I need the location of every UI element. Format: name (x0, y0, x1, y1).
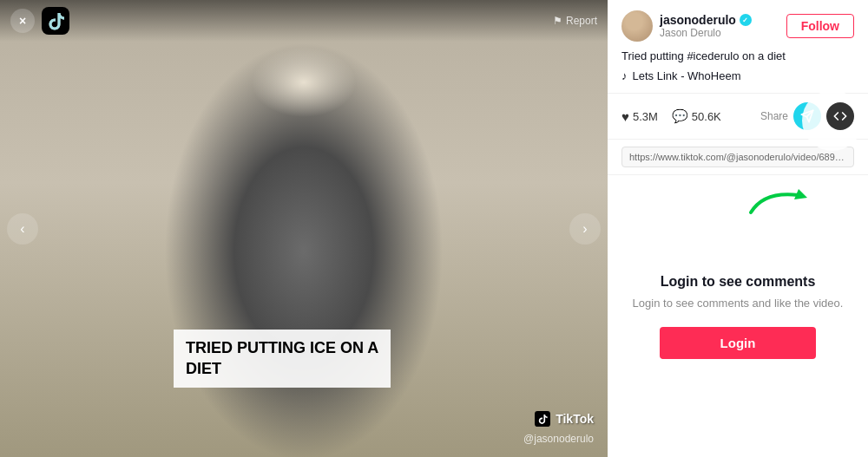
username-overlay: @jasonoderulo (523, 433, 594, 445)
watermark-text: TikTok (556, 412, 594, 426)
profile-info: jasonoderulo ✓ Jason Derulo (660, 13, 752, 39)
heart-icon: ♥ (621, 109, 629, 124)
video-background (0, 0, 608, 457)
profile-header: jasonoderulo ✓ Jason Derulo Follow (621, 10, 854, 42)
chat-icon: 💬 (672, 108, 688, 124)
comments-section: Login to see comments Login to see comme… (608, 175, 868, 457)
video-caption: TRIED PUTTING ICE ON A DIET (174, 330, 391, 388)
tiktok-logo (42, 7, 69, 35)
profile-section: jasonoderulo ✓ Jason Derulo Follow Tried… (608, 0, 868, 94)
close-button[interactable]: × (10, 9, 35, 33)
comments-stat: 💬 50.6K (672, 108, 721, 124)
follow-button[interactable]: Follow (786, 14, 854, 38)
profile-handle: Jason Derulo (660, 27, 752, 39)
video-panel: × ⚑ Report ‹ › TRIED PUTTING ICE ON A DI… (0, 0, 608, 457)
profile-name[interactable]: jasonoderulo ✓ (660, 13, 752, 27)
profile-left: jasonoderulo ✓ Jason Derulo (621, 10, 752, 42)
video-topbar: × ⚑ Report (0, 0, 608, 42)
next-video-button[interactable]: › (569, 213, 601, 245)
verified-badge: ✓ (740, 14, 752, 26)
right-panel: jasonoderulo ✓ Jason Derulo Follow Tried… (608, 0, 868, 457)
comments-title: Login to see comments (661, 274, 816, 290)
flag-icon: ⚑ (553, 15, 562, 27)
music-note-icon: ♪ (621, 69, 628, 82)
green-arrow-indicator (746, 173, 816, 220)
embed-button[interactable] (826, 102, 854, 130)
prev-video-button[interactable]: ‹ (7, 213, 38, 245)
login-button[interactable]: Login (660, 327, 816, 359)
video-description: Tried putting #icederulo on a diet (621, 49, 854, 64)
share-link-box[interactable]: https://www.tiktok.com/@jasonoderulo/vid… (621, 147, 854, 167)
report-button[interactable]: ⚑ Report (553, 15, 597, 27)
avatar (621, 10, 653, 42)
comments-subtitle: Login to see comments and like the video… (633, 297, 844, 310)
share-label: Share (760, 110, 788, 122)
music-info: ♪ Lets Link - WhoHeem (621, 69, 854, 82)
likes-stat: ♥ 5.3M (621, 109, 658, 124)
tiktok-watermark: TikTok (535, 411, 594, 427)
